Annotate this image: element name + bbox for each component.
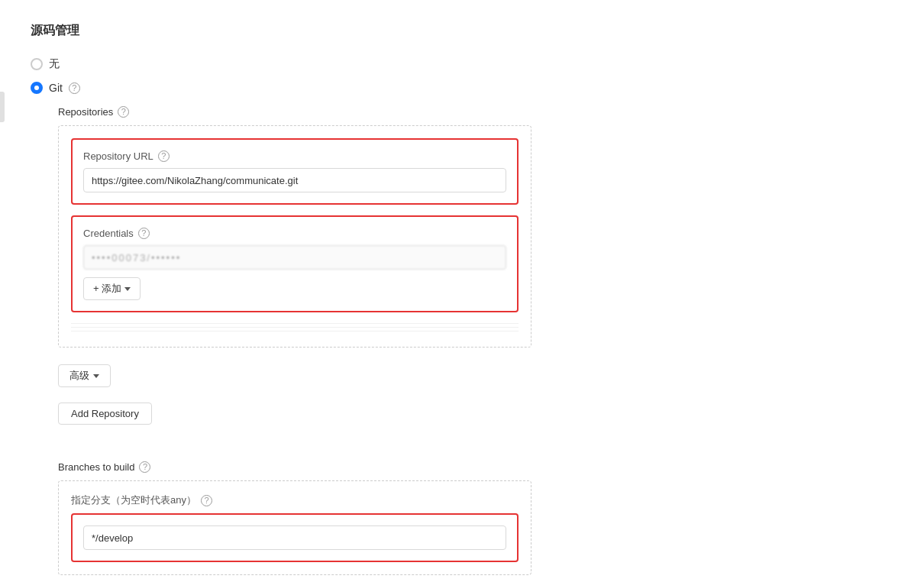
sep2 [71,327,519,328]
git-section: Repositories ? Repository URL ? Credenti… [58,106,893,582]
repository-url-box: Repository URL ? [71,138,519,205]
credentials-box: Credentials ? ••••00073/•••••• + 添加 [71,215,519,312]
radio-none-label: 无 [49,57,60,71]
branch-spec-box [71,513,519,562]
advanced-button[interactable]: 高级 [58,364,111,387]
radio-none[interactable]: 无 [31,57,893,71]
branch-spec-input[interactable] [83,525,506,550]
credentials-display: ••••00073/•••••• [83,245,506,270]
page-title: 源码管理 [31,23,893,39]
credentials-label: Credentials ? [83,228,506,239]
add-credentials-button[interactable]: + 添加 [83,277,141,300]
radio-none-circle [31,58,43,70]
radio-git-label: Git [49,82,63,94]
advanced-chevron [93,374,99,378]
sep3 [71,331,519,331]
repositories-help-icon[interactable]: ? [118,106,129,118]
repositories-label: Repositories ? [58,106,893,118]
radio-git[interactable]: Git ? [31,82,893,94]
side-indicator [0,92,5,122]
repository-url-label: Repository URL ? [83,150,506,162]
repositories-dashed-area: Repository URL ? Credentials ? ••••00073… [58,125,531,348]
branches-label: Branches to build ? [58,461,893,473]
branches-section: Branches to build ? 指定分支（为空时代表any） ? Add… [58,461,893,582]
repository-url-input[interactable] [83,168,506,192]
add-credentials-chevron [124,287,131,291]
repo-url-help-icon[interactable]: ? [158,150,170,162]
branches-help-icon[interactable]: ? [139,461,150,473]
git-help-icon[interactable]: ? [69,82,80,94]
branch-spec-label: 指定分支（为空时代表any） ? [71,493,519,507]
credentials-help-icon[interactable]: ? [138,228,150,239]
scm-radio-group: 无 Git ? [31,57,893,94]
branches-dashed-area: 指定分支（为空时代表any） ? [58,480,531,575]
add-repository-button[interactable]: Add Repository [58,403,152,425]
branch-spec-help-icon[interactable]: ? [201,495,212,506]
radio-git-circle [31,82,43,94]
sep1 [71,323,519,324]
